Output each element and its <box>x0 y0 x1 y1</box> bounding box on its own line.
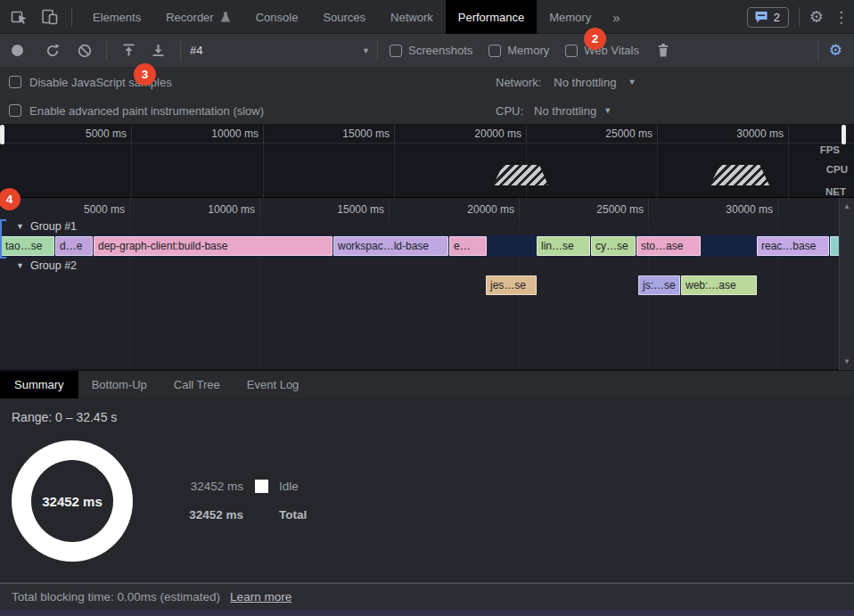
issues-counter[interactable]: 2 <box>747 7 789 28</box>
flame-event-bar[interactable]: cy…se <box>591 236 636 256</box>
trash-icon[interactable] <box>654 42 672 60</box>
record-button[interactable] <box>12 45 23 56</box>
flame-event-bar[interactable]: web:…ase <box>681 275 757 295</box>
ruler-tick-label: 5000 ms <box>86 127 127 140</box>
tab-event-log[interactable]: Event Log <box>234 371 313 398</box>
tab-network[interactable]: Network <box>378 0 446 34</box>
range-text: Range: 0 – 32.45 s <box>12 410 117 424</box>
ruler-tick <box>519 198 520 219</box>
cpu-idle-hatch <box>710 165 769 185</box>
track-focus-indicator <box>0 219 6 259</box>
settings-gear-icon[interactable]: ⚙ <box>809 9 824 25</box>
screenshots-checkbox-group[interactable]: Screenshots <box>390 44 472 57</box>
cpu-throttling-control[interactable]: CPU: No throttling ▼ <box>496 104 612 118</box>
flame-event-bar[interactable]: dep-graph-client:build-base <box>94 236 333 256</box>
history-value: #4 <box>190 44 202 57</box>
device-toolbar-icon[interactable] <box>41 8 59 26</box>
ruler-tick <box>263 125 264 144</box>
flame-event-bar[interactable]: d…e <box>55 236 93 256</box>
ruler-tick-label: 15000 ms <box>337 203 384 216</box>
flame-event-bar[interactable]: workspac…ld-base <box>333 236 448 256</box>
web-vitals-checkbox[interactable] <box>565 45 578 57</box>
tab-label: Performance <box>458 11 524 24</box>
tab-elements[interactable]: Elements <box>80 0 153 34</box>
memory-checkbox-group[interactable]: Memory <box>489 44 549 57</box>
paint-instrumentation-checkbox[interactable] <box>9 104 21 117</box>
network-throttling-control[interactable]: Network: No throttling ▼ <box>496 76 636 89</box>
overview-ruler: 5000 ms10000 ms15000 ms20000 ms25000 ms3… <box>0 125 854 144</box>
inspect-element-icon[interactable] <box>11 8 29 26</box>
ruler-tick-label: 20000 ms <box>467 203 514 216</box>
devtools-window: ElementsRecorderConsoleSourcesNetworkPer… <box>0 0 854 616</box>
ruler-tick-label: 5000 ms <box>84 203 125 216</box>
message-bubble-icon <box>754 11 768 24</box>
annotation-badge-2[interactable]: 2 <box>584 28 606 50</box>
divider <box>377 41 378 61</box>
flame-event-bar[interactable]: e… <box>449 236 487 256</box>
flame-event-bar[interactable]: reac…base <box>757 236 829 256</box>
load-profile-icon[interactable] <box>119 42 137 60</box>
total-blocking-time-text: Total blocking time: 0.00ms (estimated) <box>12 590 220 604</box>
screenshots-checkbox[interactable] <box>390 45 402 57</box>
flame-event-bar[interactable]: js:…se <box>638 275 680 295</box>
ruler-tick <box>526 125 527 144</box>
ruler-tick <box>131 125 132 144</box>
clear-button[interactable] <box>76 42 94 60</box>
ruler-tick-label: 10000 ms <box>211 127 259 140</box>
scroll-down-icon[interactable]: ▼ <box>840 357 854 365</box>
performance-toolbar: #4 ▼ Screenshots Memory Web Vitals ⚙ <box>0 34 854 68</box>
ruler-tick-label: 25000 ms <box>596 203 644 216</box>
track-group-2[interactable]: ▼ Group #2 <box>16 259 77 272</box>
ruler-tick <box>129 198 130 219</box>
tab-console[interactable]: Console <box>243 0 311 34</box>
legend-row-total: 32452 ms Total <box>178 508 307 522</box>
tab-label: Sources <box>323 11 365 24</box>
ruler-tick <box>259 198 260 219</box>
disable-js-checkbox[interactable] <box>9 76 21 88</box>
chevron-down-icon: ▼ <box>16 222 24 231</box>
divider <box>71 7 72 27</box>
flame-event-bar[interactable] <box>830 236 839 256</box>
detail-tabs: Summary Bottom-Up Call Tree Event Log <box>0 370 854 398</box>
paint-instrumentation-row: Enable advanced paint instrumentation (s… <box>0 96 854 125</box>
tab-performance[interactable]: Performance <box>446 0 537 34</box>
tab-bottom-up[interactable]: Bottom-Up <box>78 371 160 398</box>
tab-call-tree[interactable]: Call Tree <box>160 371 234 398</box>
devtools-tab-bar: ElementsRecorderConsoleSourcesNetworkPer… <box>0 0 854 34</box>
track-1-events: tao…sed…edep-graph-client:build-basework… <box>0 236 839 256</box>
chevron-down-icon: ▼ <box>16 261 24 270</box>
capture-options: Disable JavaScript samples Network: No t… <box>0 68 854 125</box>
idle-value: 32452 ms <box>178 480 243 493</box>
status-bar: Total blocking time: 0.00ms (estimated) … <box>0 583 854 610</box>
learn-more-link[interactable]: Learn more <box>230 590 292 604</box>
profile-history-select[interactable]: #4 ▼ <box>190 44 370 57</box>
flame-scrollbar[interactable]: ▲ ▼ <box>839 198 854 370</box>
flame-event-bar[interactable]: sto…ase <box>636 236 701 256</box>
activity-donut-chart: 32452 ms <box>12 440 133 562</box>
flame-event-bar[interactable]: tao…se <box>1 236 54 256</box>
more-options-icon[interactable]: ⋮ <box>833 8 849 27</box>
annotation-badge-3[interactable]: 3 <box>134 63 156 86</box>
paint-instrumentation-label: Enable advanced paint instrumentation (s… <box>29 104 264 118</box>
memory-checkbox[interactable] <box>489 45 501 57</box>
tab-summary[interactable]: Summary <box>0 371 78 398</box>
more-tabs-icon[interactable]: » <box>604 0 628 34</box>
tab-sources[interactable]: Sources <box>310 0 378 34</box>
save-profile-icon[interactable] <box>149 42 167 60</box>
ruler-tick <box>777 198 778 219</box>
timeline-overview[interactable]: 5000 ms10000 ms15000 ms20000 ms25000 ms3… <box>0 125 854 198</box>
capture-settings-gear-icon[interactable]: ⚙ <box>829 43 842 58</box>
overview-right-handle[interactable] <box>842 125 846 144</box>
cpu-lane-label: CPU <box>821 163 854 177</box>
flask-icon <box>220 12 231 23</box>
flame-event-bar[interactable]: jes…se <box>486 275 537 295</box>
flame-chart[interactable]: 5000 ms10000 ms15000 ms20000 ms25000 ms3… <box>0 198 854 370</box>
track-group-1[interactable]: ▼ Group #1 <box>16 220 77 233</box>
scroll-up-icon[interactable]: ▲ <box>840 202 854 210</box>
overview-left-handle[interactable] <box>0 125 4 144</box>
reload-and-record-button[interactable] <box>44 42 62 60</box>
flame-event-bar[interactable]: lin…se <box>537 236 590 256</box>
donut-center: 32452 ms <box>31 460 113 542</box>
tab-recorder[interactable]: Recorder <box>153 0 242 34</box>
ruler-tick <box>389 198 390 219</box>
